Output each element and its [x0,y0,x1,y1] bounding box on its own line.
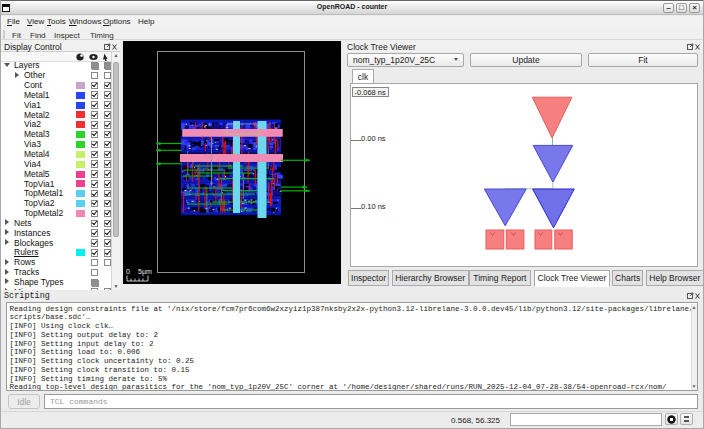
svg-text:5μm: 5μm [138,268,152,276]
svg-text:0: 0 [126,268,130,275]
